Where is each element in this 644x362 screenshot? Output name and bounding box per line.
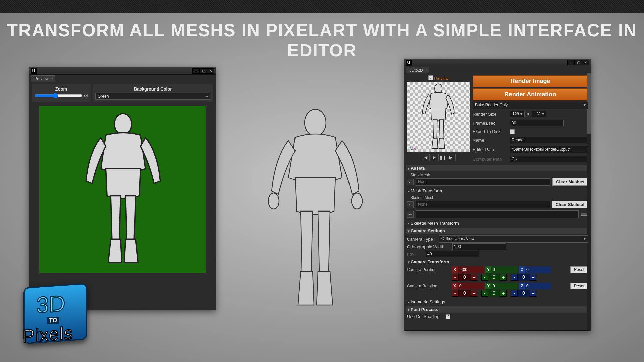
pos-y-plus[interactable]: + xyxy=(500,274,507,281)
preview-checkbox[interactable] xyxy=(428,75,433,80)
computer-path-label: Computer Path xyxy=(473,157,508,162)
pos-z-minus[interactable]: - xyxy=(511,274,518,281)
rot-x-input[interactable] xyxy=(458,283,484,289)
pixel-viewport[interactable] xyxy=(39,106,206,273)
product-logo: 3D TO Pixels xyxy=(20,285,94,352)
close-icon[interactable]: × xyxy=(51,76,53,80)
fov-label: Fov xyxy=(407,252,424,257)
export-label: Export To Disk xyxy=(473,129,508,134)
center-3d-model xyxy=(245,104,386,318)
pos-z-plus[interactable]: + xyxy=(530,274,536,281)
minimize-button[interactable]: — xyxy=(192,68,200,74)
skip-forward-button[interactable]: ▶| xyxy=(447,154,456,161)
close-button[interactable]: ✕ xyxy=(207,68,214,74)
pos-z-input[interactable] xyxy=(525,266,551,273)
zoom-slider[interactable] xyxy=(35,93,82,98)
close-button[interactable]: ✕ xyxy=(582,60,589,65)
name-input[interactable] xyxy=(510,137,588,143)
render-animation-button[interactable]: Render Animation xyxy=(473,88,588,100)
reset-position-button[interactable]: Reset xyxy=(570,266,588,273)
play-button[interactable]: ▶ xyxy=(430,154,438,161)
rot-z-minus[interactable]: - xyxy=(511,290,518,297)
svg-point-4 xyxy=(435,84,442,93)
back-arrow-icon[interactable]: ← xyxy=(407,211,414,218)
fps-input[interactable] xyxy=(510,120,564,126)
export-checkbox[interactable] xyxy=(510,129,515,134)
minimize-button[interactable]: — xyxy=(567,60,575,65)
bake-mode-dropdown[interactable]: Bake Render Only xyxy=(473,102,588,109)
section-post-process[interactable]: Post Process xyxy=(406,306,589,313)
rot-y-input[interactable] xyxy=(491,283,518,289)
section-mesh-transform[interactable]: Mesh Transform xyxy=(406,188,589,194)
computer-path-input xyxy=(510,156,588,162)
rot-x-step: 0 xyxy=(459,290,471,297)
page-headline: TRANSFORM ALL MESHS IN PIXELART WITH A S… xyxy=(0,20,644,60)
clear-meshes-button[interactable]: Clear Meshes xyxy=(552,178,588,186)
bgcolor-dropdown[interactable]: Green xyxy=(95,93,210,100)
cel-shading-checkbox[interactable] xyxy=(446,314,450,319)
camera-type-dropdown[interactable]: Orthographic View xyxy=(439,235,588,243)
anim-field[interactable] xyxy=(416,210,579,218)
axis-gizmo-icon: YZX xyxy=(409,146,416,150)
rot-x-minus[interactable]: - xyxy=(452,290,459,297)
ortho-width-label: Orhtographic Width xyxy=(407,244,450,249)
svg-point-1 xyxy=(268,193,279,209)
svg-point-0 xyxy=(305,109,326,136)
rot-y-step: 0 xyxy=(488,290,500,297)
settings-titlebar[interactable]: U — ▢ ✕ xyxy=(404,59,591,66)
tab-3dto2d[interactable]: 3Dto2D× xyxy=(406,67,429,73)
preview-thumbnail[interactable]: YZX xyxy=(407,82,470,152)
render-height-dropdown[interactable]: 128 xyxy=(532,111,546,117)
section-camera[interactable]: Camera Settings xyxy=(406,228,589,234)
svg-point-2 xyxy=(352,193,362,209)
pause-button[interactable]: ❚❚ xyxy=(438,154,447,161)
section-camera-transform[interactable]: Camera Transform xyxy=(406,259,589,265)
preview-titlebar[interactable]: U — ▢ ✕ xyxy=(29,67,216,75)
pos-x-step: 0 xyxy=(459,274,471,281)
fps-label: Frames/sec xyxy=(473,121,508,126)
pos-y-input[interactable] xyxy=(491,266,518,273)
section-isometric[interactable]: Isometric Settings xyxy=(406,299,589,305)
unreal-logo-icon: U xyxy=(406,60,412,66)
ortho-width-input[interactable] xyxy=(452,243,506,250)
pos-x-minus[interactable]: - xyxy=(452,274,459,281)
section-assets[interactable]: Assets xyxy=(406,165,589,171)
scrollbar-track[interactable] xyxy=(587,73,591,330)
section-skeletal-transform[interactable]: Skeletal Mesh Transform xyxy=(406,220,589,226)
rot-z-step: 0 xyxy=(518,290,530,297)
settings-window: U — ▢ ✕ 3Dto2D× Preview xyxy=(404,59,591,331)
close-icon[interactable]: × xyxy=(426,68,428,72)
staticmesh-field[interactable]: None xyxy=(416,178,550,186)
staticmesh-label: StaticMesh xyxy=(410,173,588,177)
top-stripe xyxy=(0,0,644,13)
name-label: Name xyxy=(473,138,508,143)
rot-x-plus[interactable]: + xyxy=(471,290,477,297)
pos-z-step: 0 xyxy=(518,274,530,281)
bgcolor-label: Background Color xyxy=(95,86,210,92)
pos-x-input[interactable] xyxy=(458,266,484,273)
render-width-dropdown[interactable]: 128 xyxy=(510,111,525,117)
skeletalmesh-label: SkeletalMesh xyxy=(410,195,588,200)
maximize-button[interactable]: ▢ xyxy=(575,60,582,65)
render-image-button[interactable]: Render Image xyxy=(473,75,588,87)
skip-back-button[interactable]: |◀ xyxy=(421,154,430,161)
clear-skeletal-button[interactable]: Clear Skeletal xyxy=(552,201,588,208)
zoom-value: x4 xyxy=(84,93,88,98)
rot-z-plus[interactable]: + xyxy=(530,290,536,297)
pos-x-plus[interactable]: + xyxy=(471,274,477,281)
reset-rotation-button[interactable]: Reset xyxy=(570,283,588,289)
tab-preview[interactable]: Preview× xyxy=(31,75,55,82)
rot-y-minus[interactable]: - xyxy=(481,290,488,297)
editor-path-input[interactable] xyxy=(510,146,588,153)
camera-rotation-label: Camera Rotation xyxy=(407,284,450,288)
back-arrow-icon[interactable]: ← xyxy=(407,201,414,208)
clear-anim-button xyxy=(581,213,588,216)
pos-y-minus[interactable]: - xyxy=(481,274,488,281)
rot-z-input[interactable] xyxy=(525,283,551,289)
rot-y-plus[interactable]: + xyxy=(500,290,507,297)
zoom-label: Zoom xyxy=(35,86,88,92)
maximize-button[interactable]: ▢ xyxy=(200,68,207,74)
back-arrow-icon[interactable]: ← xyxy=(407,179,414,185)
skeletalmesh-field[interactable]: None xyxy=(416,201,550,208)
unreal-logo-icon: U xyxy=(31,68,37,74)
